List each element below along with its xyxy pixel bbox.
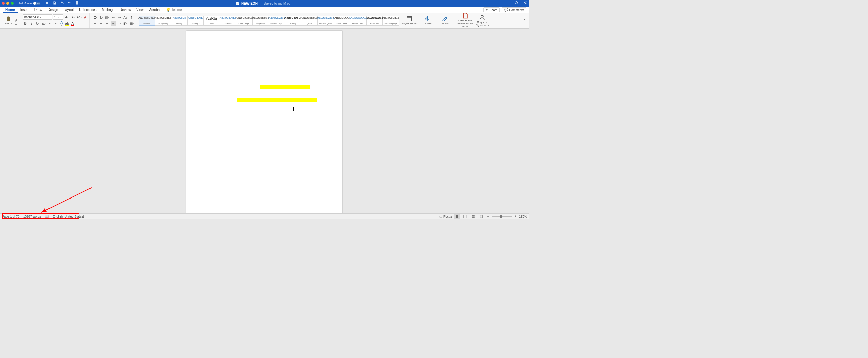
- autosave-toggle[interactable]: AutoSave OFF: [18, 2, 40, 5]
- tab-design[interactable]: Design: [45, 7, 61, 13]
- style-list-paragraph[interactable]: AaBbCcDdEeList Paragraph: [383, 16, 399, 26]
- print-icon[interactable]: [75, 1, 79, 6]
- page[interactable]: [186, 31, 342, 213]
- font-color-icon[interactable]: A: [70, 21, 75, 26]
- style-intense-quote[interactable]: AaBbCcDdEeIntense Quote: [318, 16, 334, 26]
- tab-mailings[interactable]: Mailings: [99, 7, 117, 13]
- style-subtitle[interactable]: AaBbCcDdEeSubtitle: [220, 16, 236, 26]
- text-effects-icon[interactable]: A▾: [59, 20, 64, 27]
- change-case-icon[interactable]: Aa▾: [76, 14, 82, 20]
- highlight-color-icon[interactable]: ab: [65, 21, 70, 26]
- chevron-down-icon[interactable]: ⌄: [292, 2, 293, 5]
- document-canvas[interactable]: [0, 29, 529, 213]
- create-share-pdf-button[interactable]: Create and Share Adobe PDF: [456, 13, 475, 28]
- page-count[interactable]: Page 1 of 70: [2, 215, 19, 218]
- tab-insert[interactable]: Insert: [18, 7, 32, 13]
- print-layout-view-icon[interactable]: [454, 214, 460, 219]
- show-marks-icon[interactable]: ¶: [129, 15, 134, 20]
- tab-draw[interactable]: Draw: [32, 7, 45, 13]
- style-intense-refe-[interactable]: AABBCCDDEEIntense Refe...: [350, 16, 367, 26]
- share-title-icon[interactable]: [523, 1, 527, 6]
- align-left-icon[interactable]: ≡: [92, 21, 98, 26]
- paste-button[interactable]: Paste: [3, 16, 14, 25]
- font-name-combo[interactable]: Baskerville▾: [23, 14, 52, 20]
- dictate-button[interactable]: Dictate: [420, 16, 435, 25]
- tab-references[interactable]: References: [76, 7, 99, 13]
- home-icon[interactable]: [45, 1, 49, 6]
- style-normal[interactable]: AaBbCcDdEeNormal: [139, 16, 155, 26]
- sort-icon[interactable]: A↓: [123, 15, 128, 20]
- italic-icon[interactable]: I: [29, 21, 34, 26]
- outline-view-icon[interactable]: [471, 214, 476, 219]
- styles-pane-button[interactable]: Styles Pane: [402, 16, 417, 25]
- tab-layout[interactable]: Layout: [61, 7, 76, 13]
- tell-me-search[interactable]: 💡 Tell me: [166, 8, 182, 12]
- align-right-icon[interactable]: ≡: [104, 21, 110, 26]
- format-painter-icon[interactable]: [14, 24, 18, 29]
- editor-button[interactable]: Editor: [438, 16, 453, 25]
- tab-home[interactable]: Home: [3, 7, 18, 13]
- highlighted-text-1[interactable]: [260, 85, 310, 89]
- bold-icon[interactable]: B: [23, 21, 28, 26]
- style-strong[interactable]: AaBbCcDdEeStrong: [285, 16, 301, 26]
- style-quote[interactable]: AaBbCcDdEeQuote: [301, 16, 318, 26]
- font-group: Baskerville▾ 16▾ A▴ A▾ Aa▾ A̷ B I U▾ ab …: [21, 13, 90, 28]
- draft-view-icon[interactable]: [479, 214, 484, 219]
- focus-mode-button[interactable]: ▭Focus: [439, 215, 452, 218]
- web-layout-view-icon[interactable]: [462, 214, 468, 219]
- strikethrough-icon[interactable]: ab: [41, 21, 46, 26]
- copy-icon[interactable]: [14, 18, 18, 23]
- share-button[interactable]: ⇪Share: [483, 7, 500, 12]
- style-heading-1[interactable]: AaBbCcDcHeading 1: [171, 16, 188, 26]
- zoom-level[interactable]: 123%: [519, 215, 527, 218]
- justify-icon[interactable]: ≡: [111, 21, 116, 26]
- style-book-title[interactable]: AaBbCcDdEeBook Title: [367, 16, 383, 26]
- search-icon[interactable]: [515, 1, 519, 6]
- zoom-in-icon[interactable]: +: [515, 215, 516, 218]
- borders-icon[interactable]: ▦▾: [129, 21, 134, 26]
- font-size-combo[interactable]: 16▾: [53, 14, 63, 20]
- style-heading-2[interactable]: AaBbCcDdEHeading 2: [188, 16, 204, 26]
- close-window-icon[interactable]: [2, 2, 5, 5]
- tab-view[interactable]: View: [134, 7, 146, 13]
- word-count[interactable]: 13987 words: [23, 215, 41, 218]
- comments-button[interactable]: 💬Comments: [502, 7, 526, 12]
- zoom-slider[interactable]: [492, 216, 512, 217]
- style-intense-emp-[interactable]: AaBbCcDdEeIntense Emp...: [269, 16, 285, 26]
- redo-icon[interactable]: [67, 1, 72, 6]
- increase-font-icon[interactable]: A▴: [64, 14, 70, 20]
- shading-icon[interactable]: ◧▾: [123, 21, 128, 26]
- decrease-indent-icon[interactable]: ⇤: [111, 15, 116, 20]
- highlighted-text-2[interactable]: [237, 98, 317, 102]
- save-icon[interactable]: [53, 1, 57, 6]
- language-status[interactable]: English (United States): [53, 215, 84, 218]
- minimize-window-icon[interactable]: [6, 2, 9, 5]
- decrease-font-icon[interactable]: A▾: [70, 14, 76, 20]
- numbering-icon[interactable]: ⒈▾: [98, 15, 104, 20]
- clear-formatting-icon[interactable]: A̷: [82, 14, 88, 20]
- bullets-icon[interactable]: ≣▾: [92, 15, 98, 20]
- cut-icon[interactable]: [14, 13, 18, 18]
- collapse-ribbon-icon[interactable]: ⌃: [521, 18, 527, 23]
- style-no-spacing[interactable]: AaBbCcDdEeNo Spacing: [155, 16, 171, 26]
- spell-check-icon[interactable]: 📖: [45, 215, 49, 218]
- subscript-icon[interactable]: x2: [47, 21, 53, 26]
- zoom-out-icon[interactable]: −: [487, 215, 489, 218]
- line-spacing-icon[interactable]: ‡▾: [117, 21, 122, 26]
- style-subtle-refer-[interactable]: AABBCCDDEESubtle Refer...: [334, 16, 350, 26]
- undo-icon[interactable]: [60, 1, 64, 6]
- maximize-window-icon[interactable]: [11, 2, 14, 5]
- tab-acrobat[interactable]: Acrobat: [146, 7, 163, 13]
- style-emphasis[interactable]: AaBbCcDdEeEmphasis: [253, 16, 269, 26]
- tab-review[interactable]: Review: [117, 7, 134, 13]
- multilevel-list-icon[interactable]: ▤▾: [104, 15, 110, 20]
- underline-icon[interactable]: U▾: [35, 21, 40, 26]
- increase-indent-icon[interactable]: ⇥: [117, 15, 122, 20]
- style-subtle-emph-[interactable]: AaBbCcDdEeSubtle Emph...: [236, 16, 253, 26]
- align-center-icon[interactable]: ≡: [98, 21, 104, 26]
- autosave-switch[interactable]: OFF: [33, 2, 40, 5]
- style-title[interactable]: AaBb(Title: [204, 16, 220, 26]
- more-icon[interactable]: [82, 1, 86, 6]
- request-signatures-button[interactable]: Request Signatures: [475, 13, 490, 28]
- superscript-icon[interactable]: x2: [53, 21, 59, 26]
